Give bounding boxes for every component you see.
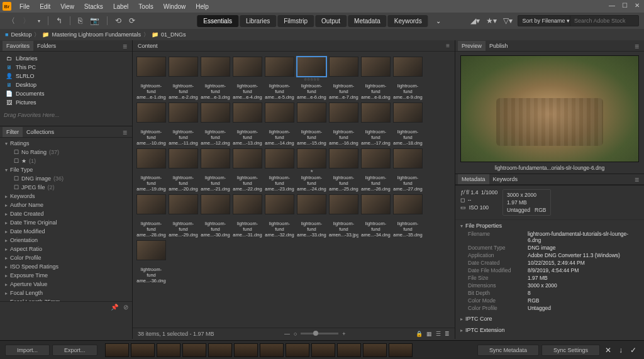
filter-group-header[interactable]: ▸Date Time Original (0, 218, 132, 227)
thumbnail-quality-icon[interactable]: ◢▾ (469, 16, 481, 25)
sync-settings-button[interactable]: Sync Settings (541, 345, 600, 356)
pin-icon[interactable]: 📌 (111, 304, 118, 311)
metadata-value[interactable]: 3000 x 2000 (528, 282, 639, 289)
zoom-out-icon[interactable]: — (284, 331, 290, 337)
thumbnail[interactable]: lightroom-fundame...-33.dng (297, 194, 326, 238)
menu-file[interactable]: File (15, 2, 34, 11)
filter-group-header[interactable]: ▾File Type (0, 165, 132, 174)
tab-metadata[interactable]: Metadata (458, 174, 489, 184)
grid-view-icon[interactable]: ▦ (426, 331, 432, 337)
thumbnail[interactable]: lightroom-fundame...-10.dng (136, 102, 166, 146)
menu-help[interactable]: Help (191, 2, 213, 11)
metadata-section-header[interactable]: ▸IPTC Core (455, 314, 644, 323)
apply-icon[interactable]: ✓ (628, 346, 639, 355)
thumbnail[interactable]: lightroom-fundame...-25.dng (329, 148, 358, 192)
filter-item[interactable]: ☐★ (1) (0, 157, 132, 165)
tab-meta-keywords[interactable]: Keywords (489, 174, 522, 184)
thumbnail[interactable]: lightroom-fundame...-27.dng (393, 148, 423, 192)
workspace-libraries[interactable]: Libraries (240, 15, 276, 27)
panel-menu-icon[interactable]: ≡ (632, 175, 641, 184)
metadata-value[interactable]: DNG image (528, 245, 639, 251)
rating-stars[interactable]: ★ (310, 168, 313, 174)
thumbnail[interactable]: lightroom-fundame...-36.dng (136, 240, 166, 284)
metadata-value[interactable]: Adobe DNG Converter 11.3 (Windows) (528, 252, 639, 258)
filter-group-header[interactable]: ▸Exposure Time (0, 271, 132, 280)
filter-group-header[interactable]: ▸Aperture Value (0, 280, 132, 289)
export-button[interactable]: Export... (52, 345, 97, 356)
thumbnail[interactable]: lightroom-fundame...-14.dng (265, 102, 294, 146)
thumbnail[interactable]: lightroom-fundame...e-8.dng (361, 57, 391, 100)
nav-dropdown-icon[interactable]: ▾ (35, 17, 43, 25)
back-button[interactable]: 〈 (5, 14, 18, 28)
forward-button[interactable]: 〉 (20, 14, 33, 28)
reveal-button[interactable]: ⎘ (75, 15, 85, 26)
thumbnail[interactable]: lightroom-fundame...-19.dng (136, 148, 166, 192)
menu-stacks[interactable]: Stacks (80, 2, 108, 11)
tab-filter[interactable]: Filter (3, 127, 23, 137)
panel-menu-icon[interactable]: ≡ (120, 42, 130, 51)
favorite-item[interactable]: 🖥Desktop (4, 80, 128, 89)
thumbnail[interactable]: lightroom-fundame...-17.dng (361, 102, 391, 146)
thumbnail[interactable]: lightroom-fundame...-21.dng (201, 148, 230, 192)
window-minimize-icon[interactable]: — (608, 1, 616, 9)
zoom-in-icon[interactable]: + (342, 331, 345, 337)
tab-favorites[interactable]: Favorites (3, 41, 33, 51)
camera-import-icon[interactable]: 📷 (87, 15, 102, 26)
filter-group-header[interactable]: ▸Author Name (0, 201, 132, 209)
tab-preview[interactable]: Preview (458, 41, 486, 51)
breadcrumb-part[interactable]: Mastering Lightroom Fundamentals (52, 31, 141, 38)
window-close-icon[interactable]: ✕ (633, 1, 641, 9)
menu-tools[interactable]: Tools (134, 2, 157, 11)
thumbnail[interactable]: lightroom-fundame...-34.dng (361, 194, 391, 238)
thumbnail[interactable]: lightroom-fundame...-22.dng (233, 148, 262, 192)
rating-filter-icon[interactable]: ★▾ (485, 16, 498, 25)
filter-group-header[interactable]: ▸Orientation (0, 236, 132, 245)
rating-stars[interactable]: ☆☆☆☆☆ (304, 77, 319, 82)
filter-group-header[interactable]: ▸Color Profile (0, 253, 132, 262)
checkbox-icon[interactable]: ☐ (14, 184, 19, 191)
metadata-value[interactable]: 10/22/2015, 2:49:44 PM (528, 260, 639, 266)
thumbnail[interactable]: lightroom-fundame...e-9.dng (393, 57, 423, 100)
thumbnail[interactable]: ★ lightroom-fundame...-24.dng (297, 148, 326, 192)
menu-edit[interactable]: Edit (35, 2, 55, 11)
workspace-filmstrip[interactable]: Filmstrip (277, 15, 314, 27)
filter-group-header[interactable]: ▾Ratings (0, 139, 132, 148)
thumbnail[interactable]: lightroom-fundame...-20.dng (169, 148, 198, 192)
breadcrumb-part[interactable]: 01_DNGs (161, 31, 186, 38)
filter-group-header[interactable]: ▸Date Created (0, 209, 132, 218)
filmstrip[interactable] (105, 343, 470, 357)
metadata-section-header[interactable]: ▾Camera Data (Exif) (455, 337, 644, 339)
checkbox-icon[interactable]: ☐ (14, 158, 19, 164)
favorite-item[interactable]: 📄Documents (4, 89, 128, 98)
metadata-value[interactable]: RGB (528, 297, 639, 304)
metadata-value[interactable]: 8 (528, 290, 639, 296)
thumbnail[interactable]: lightroom-fundame...-35.dng (393, 194, 423, 238)
breadcrumb-part[interactable]: Desktop (11, 31, 31, 38)
thumbnail[interactable]: lightroom-fundame...e-1.dng (136, 57, 166, 100)
thumbnail[interactable]: lightroom-fundame...-28.dng (136, 194, 166, 238)
thumbnail[interactable]: lightroom-fundame...-26.dng (361, 148, 391, 192)
checkbox-icon[interactable]: ☐ (14, 149, 19, 155)
sync-metadata-button[interactable]: Sync Metadata (477, 345, 539, 356)
metadata-section-header[interactable]: ▾File Properties (455, 221, 644, 230)
open-recent-icon[interactable]: ⟳ (126, 15, 138, 26)
lock-thumb-icon[interactable]: 🔒 (416, 331, 423, 337)
workspace-metadata[interactable]: Metadata (348, 15, 387, 27)
workspace-essentials[interactable]: Essentials (197, 15, 238, 27)
filter-group-header[interactable]: ▸Date Modified (0, 227, 132, 236)
thumbnail-size-slider[interactable] (301, 333, 338, 334)
thumbnail[interactable]: lightroom-fundame...-31.dng (233, 194, 262, 238)
menu-label[interactable]: Label (109, 2, 133, 11)
panel-menu-icon[interactable]: ≡ (632, 42, 641, 51)
filter-item[interactable]: ☐DNG image (36) (0, 174, 132, 183)
tab-collections[interactable]: Collections (23, 127, 58, 137)
thumbnail[interactable]: lightroom-fundame...-16.dng (329, 102, 358, 146)
thumbnail[interactable]: lightroom-fundamen...-33.jpg (329, 194, 358, 238)
filter-group-header[interactable]: ▸Focal Length (0, 289, 132, 297)
panel-menu-icon[interactable]: ≡ (120, 128, 130, 137)
checkbox-icon[interactable]: ☐ (14, 175, 19, 182)
thumbnail[interactable]: lightroom-fundame...-13.dng (233, 102, 262, 146)
thumbnail[interactable]: lightroom-fundame...e-7.dng (329, 57, 358, 100)
menu-window[interactable]: Window (159, 2, 191, 11)
thumbnail[interactable]: lightroom-fundame...e-4.dng (233, 57, 262, 100)
